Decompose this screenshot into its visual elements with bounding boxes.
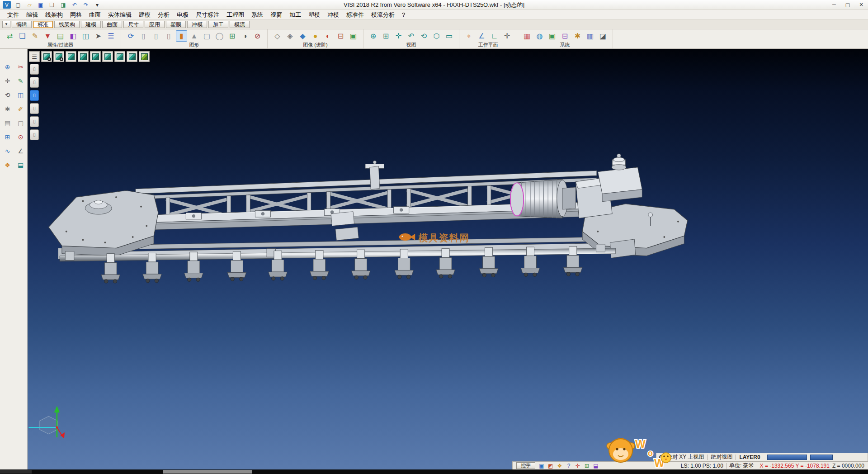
hide-entity-icon[interactable]: ⊘ (252, 30, 263, 42)
display-settings-icon[interactable]: ▣ (538, 462, 545, 469)
absolute-view-label[interactable]: 绝对视图 (711, 453, 732, 461)
cone-icon[interactable]: ▲ (189, 30, 200, 42)
tab-dropdown-button[interactable]: ▼ (2, 21, 10, 28)
app-logo[interactable]: V (3, 1, 11, 9)
rotate-view-icon[interactable]: ⟲ (418, 30, 429, 42)
filter-funnel-icon[interactable]: ▼ (42, 30, 53, 42)
shaded-view-icon[interactable]: ◆ (297, 30, 308, 42)
axo-view-button[interactable] (139, 51, 150, 62)
rotate-ccw-icon[interactable]: ⟲ (2, 90, 13, 100)
menu-item[interactable]: 曲面 (85, 10, 104, 20)
globe-icon[interactable]: ◍ (534, 30, 545, 42)
match-properties-icon[interactable]: ✎ (29, 30, 41, 42)
color-grid-icon[interactable]: ▦ (521, 30, 533, 42)
perspective-grid-icon[interactable]: ◪ (597, 30, 609, 42)
materials-icon[interactable]: ❖ (556, 462, 563, 469)
angle-icon[interactable]: ∠ (15, 146, 26, 156)
menu-item[interactable]: 编辑 (23, 10, 42, 20)
workflow-tab[interactable]: 标准 (33, 21, 53, 28)
help-icon[interactable]: ? (565, 462, 572, 469)
top-view-button[interactable] (90, 51, 101, 62)
workflow-tab[interactable]: 建模 (81, 21, 101, 28)
menu-item[interactable]: 尺寸标注 (192, 10, 223, 20)
workflow-tab[interactable]: 冲模 (187, 21, 207, 28)
sheet-icon[interactable]: ▤ (2, 118, 13, 128)
print-icon[interactable]: ❑ (48, 1, 56, 9)
menu-item[interactable]: 实体编辑 (104, 10, 135, 20)
workplane-toggle-icon[interactable]: ⬓ (592, 462, 599, 469)
menu-item[interactable]: 塑模 (305, 10, 324, 20)
render-mode-icon[interactable]: ◩ (547, 462, 554, 469)
menu-item[interactable]: 文件 (4, 10, 23, 20)
zoom-selected-view-button[interactable] (53, 51, 64, 62)
table-icon[interactable]: ⊞ (226, 30, 238, 42)
color-filter-icon[interactable]: ◧ (67, 30, 79, 42)
snap-settings-icon[interactable]: ✱ (572, 30, 583, 42)
strip-toggle-6[interactable]: ▯ (30, 129, 39, 140)
layer-filter-icon[interactable]: ▤ (55, 30, 66, 42)
workplane-angle-icon[interactable]: ∠ (476, 30, 487, 42)
selection-arrow-icon[interactable]: ➤ (93, 30, 104, 42)
workplane-reset-icon[interactable]: ✛ (501, 30, 513, 42)
workflow-tab[interactable]: 线架构 (54, 21, 80, 28)
dynamic-section-icon[interactable]: ⊟ (335, 30, 346, 42)
iso-view-button[interactable] (66, 51, 76, 62)
model-render[interactable]: 模具资料网 (28, 49, 868, 469)
workflow-tab[interactable]: 塑膜 (166, 21, 186, 28)
menu-item[interactable]: 加工 (286, 10, 305, 20)
save-icon[interactable]: ▣ (37, 1, 45, 9)
strip-toggle-4[interactable]: ▯ (30, 103, 39, 114)
sphere-icon[interactable]: ◯ (214, 30, 225, 42)
new-file-icon[interactable]: ▢ (14, 1, 22, 9)
workplane-origin-icon[interactable]: ⌖ (463, 30, 475, 42)
undo-icon[interactable]: ↶ (71, 1, 79, 9)
sketch-pencil-icon[interactable]: ✎ (15, 76, 26, 86)
left-end-plate[interactable] (49, 190, 158, 256)
redo-icon[interactable]: ↷ (82, 1, 90, 9)
menu-item[interactable]: 分析 (154, 10, 173, 20)
workflow-tab[interactable]: 加工 (208, 21, 228, 28)
properties-panel-icon[interactable]: ☰ (105, 30, 117, 42)
snap-toggle-button[interactable]: 控宇 (516, 462, 535, 469)
rendered-view-icon[interactable]: ● (310, 30, 321, 42)
monitor-icon[interactable]: ▣ (547, 30, 558, 42)
menu-item[interactable]: 模流分析 (368, 10, 398, 20)
quick-access-dropdown-icon[interactable]: ▾ (93, 1, 101, 9)
close-button[interactable]: ✕ (854, 0, 868, 9)
menu-item[interactable]: 工程图 (223, 10, 248, 20)
gear-icon[interactable]: ✱ (2, 104, 13, 114)
move-crosshair-icon[interactable]: ✛ (2, 76, 13, 86)
matrix-icon[interactable]: ▥ (585, 30, 596, 42)
workflow-tab[interactable]: 模流 (230, 21, 250, 28)
cylinder-hidden-icon[interactable]: ▯ (163, 30, 175, 42)
pan-icon[interactable]: ✛ (393, 30, 404, 42)
scissors-icon[interactable]: ✂ (15, 62, 26, 72)
machine-assembly[interactable] (49, 154, 688, 283)
zoom-previous-icon[interactable]: ↶ (406, 30, 417, 42)
copy-attributes-icon[interactable]: ❏ (17, 30, 28, 42)
iso-view-icon[interactable]: ⬡ (431, 30, 442, 42)
palette-icon[interactable]: ❖ (2, 160, 13, 171)
menu-item[interactable]: 系统 (248, 10, 267, 20)
cylinder-shaded-icon[interactable]: ▯ (151, 30, 162, 42)
layer-label[interactable]: LAYER0 (739, 454, 760, 460)
zoom-crosshair-icon[interactable]: ⊕ (2, 62, 13, 72)
front-view-button[interactable] (78, 51, 89, 62)
strip-toggle-1[interactable]: ▯ (30, 64, 39, 75)
curve-icon[interactable]: ∿ (2, 146, 13, 156)
search-icon[interactable] (659, 455, 664, 460)
cylinder-wire-icon[interactable]: ▯ (138, 30, 149, 42)
calculator-icon[interactable]: ⊟ (559, 30, 571, 42)
motor-unit[interactable] (510, 180, 576, 218)
box-outline-icon[interactable]: ▢ (15, 118, 26, 128)
wireframe-icon[interactable]: ◇ (272, 30, 283, 42)
regen-icon[interactable]: ⟳ (125, 30, 137, 42)
grid-icon[interactable]: ⊞ (2, 132, 13, 142)
view-menu-button[interactable]: ☰ (29, 51, 40, 62)
top-view-icon[interactable]: ▭ (443, 30, 455, 42)
cylinder-active-icon[interactable]: ▮ (176, 30, 187, 42)
menu-item[interactable]: 线架构 (42, 10, 66, 20)
open-file-icon[interactable]: ▱ (25, 1, 33, 9)
zoom-fit-icon[interactable]: ⊕ (368, 30, 379, 42)
menu-item[interactable]: 冲模 (324, 10, 343, 20)
